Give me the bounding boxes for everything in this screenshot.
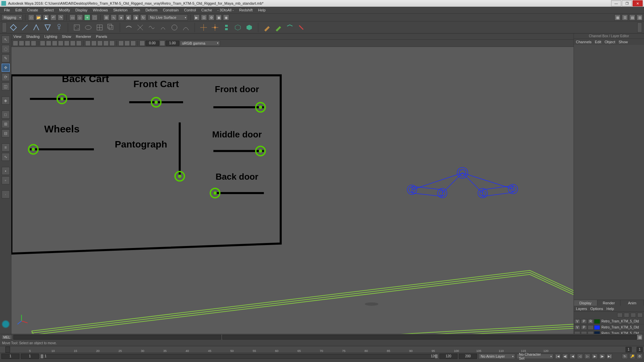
menu-skin[interactable]: Skin <box>130 8 143 12</box>
fast-forward-button[interactable]: ▶| <box>606 354 612 359</box>
panel-wireframe-icon[interactable] <box>85 41 91 46</box>
live-surface-dropdown[interactable]: No Live Surface <box>148 14 188 20</box>
shelf-deform-1[interactable] <box>124 23 133 32</box>
loop-button[interactable]: ↻ <box>622 354 628 359</box>
play-forward-button[interactable]: ▷ <box>584 354 590 359</box>
shelf-deform-4[interactable] <box>158 23 168 32</box>
panel-lights-icon[interactable] <box>103 41 109 46</box>
panel-textured-icon[interactable] <box>97 41 103 46</box>
snap-grid-icon[interactable]: ⊞ <box>103 14 109 20</box>
panel-layout-4-icon[interactable]: ▥ <box>637 14 643 20</box>
gamma-field[interactable]: 1.00 <box>166 41 179 46</box>
workspace-dropdown[interactable]: Rigging <box>1 14 22 20</box>
snap-point-icon[interactable]: ● <box>118 14 124 20</box>
auto-key-button[interactable]: 🔑 <box>629 354 635 359</box>
cb-menu-show[interactable]: Show <box>619 40 628 44</box>
panel-field-chart-icon[interactable] <box>64 41 69 46</box>
panel-gate-mask-icon[interactable] <box>58 41 63 46</box>
layer-move-up-icon[interactable] <box>617 313 623 317</box>
shelf-skin-4[interactable] <box>106 23 116 32</box>
layout-four[interactable]: ⊞ <box>2 120 10 128</box>
last-tool[interactable]: ◈ <box>2 97 10 105</box>
menu-deform[interactable]: Deform <box>143 8 160 12</box>
layer-menu-layers[interactable]: Layers <box>576 307 587 311</box>
panel-image-plane-icon[interactable] <box>31 41 36 46</box>
layer-p-toggle[interactable]: P <box>581 325 587 330</box>
extra-tool-1[interactable]: ▪ <box>2 167 10 175</box>
paint-select-icon[interactable]: ✦ <box>84 14 90 20</box>
paint-tool[interactable]: ✎ <box>2 54 10 62</box>
viewport-3d[interactable]: Back Cart Front Cart Front door Wheels <box>11 47 574 346</box>
shelf-deform-2[interactable] <box>136 23 145 32</box>
rewind-button[interactable]: |◀ <box>555 354 561 359</box>
select-tool-icon[interactable]: ⬚ <box>92 14 98 20</box>
layer-new-empty-icon[interactable] <box>631 313 636 317</box>
time-cursor[interactable] <box>5 347 10 353</box>
range-start-field[interactable]: 1 <box>1 354 19 359</box>
layer-menu-options[interactable]: Options <box>590 307 603 311</box>
extra-tool-3[interactable]: · <box>2 190 10 198</box>
script-lang-label[interactable]: MEL <box>1 335 12 340</box>
panel-menu-renderer[interactable]: Renderer <box>76 35 91 39</box>
step-back-key-button[interactable]: ◀| <box>562 354 568 359</box>
panel-bookmark-icon[interactable] <box>25 41 30 46</box>
menu-edit[interactable]: Edit <box>13 8 24 12</box>
shelf-misc-2[interactable] <box>297 23 306 32</box>
undo-icon[interactable]: ↶ <box>50 14 56 20</box>
menu-help[interactable]: Help <box>255 8 268 12</box>
panel-menu-view[interactable]: View <box>13 35 21 39</box>
select-mode-icon[interactable]: ▭ <box>69 14 75 20</box>
panel-menu-lighting[interactable]: Lighting <box>44 35 57 39</box>
render-view-icon[interactable]: ▣ <box>216 14 222 20</box>
panel-select-camera-icon[interactable] <box>13 41 18 46</box>
shelf-tool-4[interactable] <box>43 23 52 32</box>
snap-toggle-icon[interactable]: ↻ <box>140 14 146 20</box>
layer-r-toggle[interactable]: R <box>588 319 594 324</box>
cb-menu-channels[interactable]: Channels <box>576 40 591 44</box>
lasso-icon[interactable]: ◇ <box>77 14 83 20</box>
shelf-deform-6[interactable] <box>181 23 191 32</box>
panel-gamma-icon[interactable] <box>160 41 165 46</box>
step-back-button[interactable]: ◀ <box>570 354 576 359</box>
scale-tool[interactable]: ◫ <box>2 82 10 90</box>
range-end-inner-field[interactable]: 120 <box>439 354 458 359</box>
close-button[interactable]: ✕ <box>633 0 643 6</box>
shelf-deform-3[interactable] <box>147 23 156 32</box>
panel-shadows-icon[interactable] <box>109 41 115 46</box>
shelf-tool-3[interactable] <box>32 23 41 32</box>
menu-control[interactable]: Control <box>181 8 199 12</box>
anim-layer-dropdown[interactable]: No Anim Layer <box>478 354 515 359</box>
cb-menu-edit[interactable]: Edit <box>595 40 601 44</box>
open-scene-icon[interactable]: 📂 <box>36 14 42 20</box>
panel-exposure-icon[interactable] <box>140 41 145 46</box>
shelf-tool-1[interactable] <box>9 23 18 32</box>
range-end-field[interactable]: 200 <box>459 354 477 359</box>
layer-p-toggle[interactable]: P <box>581 319 587 324</box>
outliner-toggle[interactable]: ≡ <box>2 143 10 152</box>
layer-v-toggle[interactable]: V <box>574 319 580 324</box>
panel-layout-2-icon[interactable]: ☰ <box>622 14 628 20</box>
layer-new-selected-icon[interactable] <box>637 313 643 317</box>
shelf-paint-1[interactable] <box>262 23 272 32</box>
layer-v-toggle[interactable]: V <box>574 325 580 330</box>
layer-move-down-icon[interactable] <box>624 313 629 317</box>
step-forward-button[interactable]: ▶ <box>592 354 598 359</box>
shelf-skin-3[interactable] <box>95 23 104 32</box>
panel-grid-icon[interactable] <box>40 41 45 46</box>
shelf-tab-strip[interactable] <box>2 22 7 33</box>
exposure-field[interactable]: 0.00 <box>146 41 159 46</box>
panel-safe-action-icon[interactable] <box>70 41 75 46</box>
panel-menu-shading[interactable]: Shading <box>26 35 40 39</box>
panel-xray-joints-icon[interactable] <box>130 41 136 46</box>
cb-menu-object[interactable]: Object <box>604 40 615 44</box>
layer-tab-anim[interactable]: Anim <box>621 300 644 306</box>
command-input[interactable] <box>13 335 221 340</box>
layer-row[interactable]: VPRetro_Tram_KTM_5_Old <box>574 324 644 330</box>
layer-row[interactable]: VPRRetro_Tram_KTM_5_Old <box>574 318 644 324</box>
menu-file[interactable]: File <box>1 8 13 12</box>
panel-safe-title-icon[interactable] <box>76 41 82 46</box>
lasso-tool[interactable]: ◌ <box>2 45 10 53</box>
prefs-button[interactable]: ⚙ <box>637 354 643 359</box>
shelf-options-icon[interactable] <box>637 22 642 33</box>
panel-smooth-icon[interactable] <box>91 41 97 46</box>
